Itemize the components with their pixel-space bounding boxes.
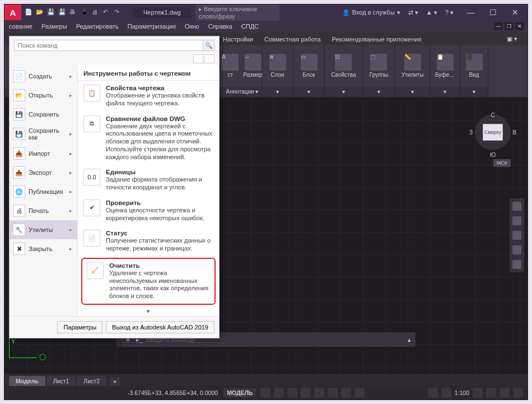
appmenu-item-импорт[interactable]: 📥Импорт▸	[10, 144, 77, 163]
menu-item[interactable]: Справка	[204, 21, 237, 31]
qat-saveas-icon[interactable]: 💾	[58, 8, 66, 16]
nav-showmotion-icon[interactable]	[512, 260, 521, 269]
status-ortho-icon[interactable]	[287, 388, 297, 398]
qat-new-icon[interactable]: 📄	[25, 8, 32, 16]
status-customize-icon[interactable]	[513, 388, 523, 398]
status-grid-icon[interactable]	[260, 388, 270, 398]
tool-item-compare[interactable]: ⧉Сравнение файлов DWGСравнение двух черт…	[78, 112, 219, 165]
ribbon-tab[interactable]: Настройки	[217, 34, 259, 45]
ribbon-expand-icon[interactable]: ▣ ▾	[501, 33, 523, 45]
nav-wheel-icon[interactable]	[512, 202, 521, 211]
appmenu-item-сохранить-как[interactable]: 💾Сохранить как▸	[10, 124, 77, 144]
panel-label[interactable]: ▾	[395, 87, 430, 97]
ribbon-tab[interactable]: Совместная работа	[259, 34, 326, 45]
status-snap-icon[interactable]	[274, 388, 284, 398]
panel-label[interactable]: ▾	[430, 87, 460, 97]
panel-label[interactable]: ▾	[363, 87, 395, 97]
viewcube-east[interactable]: В	[512, 129, 516, 136]
status-trans-icon[interactable]	[354, 388, 365, 398]
appmenu-item-публикация[interactable]: 🌐Публикация▸	[10, 182, 77, 201]
mdi-minimize-button[interactable]: —	[494, 22, 503, 30]
status-scale[interactable]: 1:100	[455, 389, 469, 396]
status-polar-icon[interactable]	[301, 388, 311, 398]
open-docs-icon[interactable]	[204, 54, 214, 63]
nav-zoom-icon[interactable]	[512, 231, 521, 240]
tool-item-audit[interactable]: ✔ПроверитьОценка целостности чертежа и к…	[78, 196, 219, 226]
panel-label[interactable]: ▾	[325, 87, 362, 97]
status-otrack-icon[interactable]	[328, 388, 338, 398]
status-annoscale-icon[interactable]	[428, 388, 438, 398]
appmenu-expand-icon[interactable]: ▾	[78, 306, 219, 316]
clipboard-tool[interactable]: 📋Буфе…	[435, 54, 455, 78]
layout-tab[interactable]: Лист2	[77, 376, 106, 386]
qat-undo-icon[interactable]: ↶	[103, 8, 111, 16]
nav-pan-icon[interactable]	[512, 216, 521, 225]
status-osnap-icon[interactable]	[314, 388, 324, 398]
appmenu-item-сохранить[interactable]: 💾Сохранить	[10, 105, 77, 124]
layout-tab-model[interactable]: Модель	[9, 376, 45, 386]
menu-item[interactable]: сование	[4, 21, 37, 31]
status-gear-icon[interactable]	[473, 388, 483, 398]
appmenu-item-экспорт[interactable]: 📤Экспорт▸	[10, 163, 77, 182]
recent-docs-icon[interactable]	[193, 54, 203, 63]
appmenu-item-утилиты[interactable]: 🔧Утилиты▸	[10, 220, 77, 239]
appmenu-item-закрыть[interactable]: ✖Закрыть▸	[10, 239, 77, 258]
window-minimize-button[interactable]: —	[459, 4, 482, 20]
viewcube[interactable]: Сверху С Ю В З	[475, 114, 511, 150]
viewcube-west[interactable]: З	[469, 129, 473, 136]
qat-print-icon[interactable]: 🖨	[92, 8, 100, 16]
view-tool[interactable]: ⬛Вид	[466, 54, 483, 78]
panel-label[interactable]: ▾	[293, 87, 324, 97]
window-close-button[interactable]: ✕	[504, 4, 526, 20]
viewcube-top[interactable]: Сверху	[483, 124, 503, 141]
menu-item[interactable]: Редактировать	[72, 21, 123, 31]
options-button[interactable]: Параметры	[57, 321, 102, 333]
appmenu-item-открыть[interactable]: 📂Открыть▸	[10, 86, 77, 105]
groups-tool[interactable]: ⬚Группы	[370, 54, 388, 78]
panel-label[interactable]: Аннотации ▾	[223, 87, 262, 97]
qat-mobile-icon[interactable]: 📱	[81, 8, 88, 16]
mdi-restore-button[interactable]: ❐	[505, 22, 514, 30]
qat-save-icon[interactable]: 💾	[47, 8, 55, 16]
app-logo[interactable]: A	[4, 4, 21, 20]
viewcube-south[interactable]: Ю	[490, 152, 496, 158]
menu-item[interactable]: СПДС	[237, 21, 263, 31]
layout-add-button[interactable]: +	[110, 377, 120, 386]
tool-item-status[interactable]: 📄СтатусПолучение статистических данных о…	[78, 226, 219, 257]
qat-plot-icon[interactable]: 🖶	[69, 8, 77, 16]
help-icon[interactable]: ? ▾	[443, 9, 456, 16]
help-search[interactable]: ▸ Введите ключевое слово/фразу	[195, 4, 279, 21]
qat-open-icon[interactable]: 📂	[36, 8, 44, 16]
ribbon-tab[interactable]: Рекомендованные приложения	[326, 34, 427, 45]
dimension-tool[interactable]: ↔Размер	[243, 54, 262, 78]
model-space-button[interactable]: МОДЕЛЬ	[223, 388, 256, 397]
qat-redo-icon[interactable]: ↷	[114, 8, 122, 16]
mdi-close-button[interactable]: ✕	[515, 22, 524, 30]
properties-tool[interactable]: ☷Свойства	[332, 54, 356, 78]
tool-item-units[interactable]: 0.0ЕдиницыЗадание формата отображения и …	[78, 165, 219, 196]
menu-item[interactable]: Окно	[180, 21, 204, 31]
apps-icon[interactable]: ▲ ▾	[424, 9, 440, 16]
menu-item[interactable]: Параметризация	[123, 21, 180, 31]
window-maximize-button[interactable]: ☐	[482, 4, 504, 20]
document-tab[interactable]: Чертеж1.dwg	[133, 7, 191, 17]
signin-button[interactable]: 👤 Вход в службы ▾	[340, 9, 403, 16]
tool-item-purge[interactable]: 🧹ОчиститьУдаление с чертежа неиспользуем…	[81, 258, 216, 305]
menu-item[interactable]: Размеры	[37, 21, 72, 31]
exit-button[interactable]: Выход из Autodesk AutoCAD 2019	[106, 321, 214, 333]
exchange-icon[interactable]: ⇄ ▾	[406, 9, 421, 16]
utilities-tool[interactable]: 📏Утилиты	[402, 54, 424, 78]
status-lwt-icon[interactable]	[341, 388, 351, 398]
search-icon[interactable]: 🔍	[203, 40, 214, 51]
panel-label[interactable]: ▾	[460, 87, 488, 97]
appmenu-item-создать[interactable]: 📄Создать▸	[10, 67, 77, 86]
layers-tool[interactable]: ≋Слои	[269, 54, 286, 78]
appmenu-item-печать[interactable]: 🖨Печать▸	[10, 201, 77, 220]
panel-label[interactable]: ▾	[262, 87, 293, 97]
cmd-menu-icon[interactable]: ▴	[403, 336, 416, 343]
status-iso-icon[interactable]	[486, 388, 496, 398]
status-clean-icon[interactable]	[500, 388, 510, 398]
text-tool[interactable]: Aст	[222, 54, 239, 78]
layout-tab[interactable]: Лист1	[46, 376, 76, 386]
wcs-label[interactable]: МСК	[493, 159, 511, 167]
